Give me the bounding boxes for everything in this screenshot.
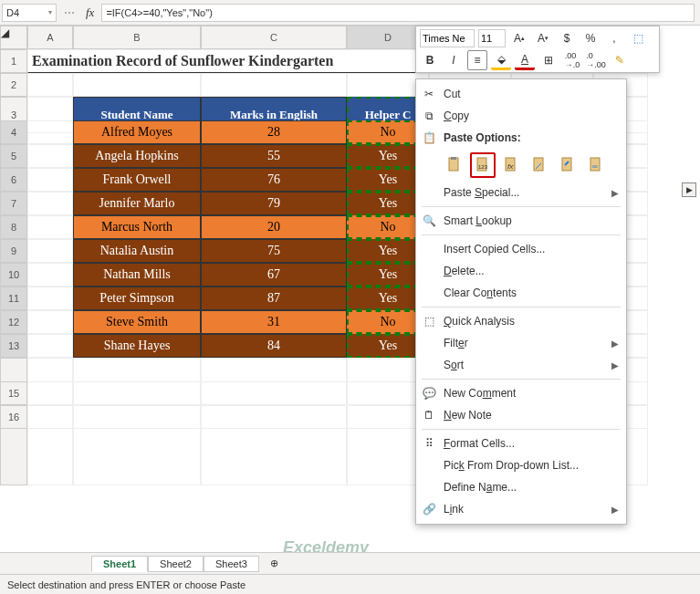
select-all-corner[interactable]: ◢ bbox=[0, 26, 27, 49]
paste-default-icon[interactable] bbox=[442, 152, 467, 178]
row-header[interactable]: 7 bbox=[0, 192, 27, 215]
font-size-selector[interactable] bbox=[478, 29, 506, 47]
marks-cell[interactable]: 67 bbox=[201, 263, 347, 287]
sheet-tab[interactable]: Sheet3 bbox=[204, 556, 259, 572]
empty-cell[interactable] bbox=[201, 405, 347, 429]
empty-cell[interactable] bbox=[27, 310, 73, 334]
row-header[interactable]: 10 bbox=[0, 263, 27, 287]
column-header[interactable]: A bbox=[27, 26, 73, 49]
student-name-cell[interactable]: Alfred Moyes bbox=[73, 120, 201, 144]
marks-cell[interactable]: 55 bbox=[201, 144, 347, 168]
empty-cell[interactable] bbox=[73, 381, 201, 405]
smart-lookup-menu-item[interactable]: 🔍 Smart Lookup bbox=[416, 210, 626, 232]
insert-copied-cells-menu-item[interactable]: Insert Copied Cells... bbox=[416, 238, 626, 260]
empty-cell[interactable] bbox=[73, 405, 201, 429]
marks-cell[interactable]: 28 bbox=[201, 120, 347, 144]
empty-cell[interactable] bbox=[27, 287, 73, 310]
row-header[interactable]: 9 bbox=[0, 239, 27, 263]
empty-cell[interactable] bbox=[27, 73, 73, 97]
increase-decimal-icon[interactable]: .0→.00 bbox=[586, 50, 606, 70]
comma-icon[interactable]: , bbox=[604, 28, 624, 48]
fill-color-icon[interactable]: ⬙ bbox=[491, 50, 511, 70]
row-header[interactable]: 5 bbox=[0, 144, 27, 168]
paste-formulas-icon[interactable]: fx bbox=[498, 152, 524, 178]
paste-special-menu-item[interactable]: Paste Special...▶ bbox=[416, 182, 626, 203]
row-header[interactable]: 8 bbox=[0, 215, 27, 239]
column-header[interactable]: B bbox=[73, 26, 201, 49]
empty-cell[interactable] bbox=[27, 192, 73, 215]
format-painter-icon[interactable]: ⬚ bbox=[628, 28, 648, 48]
define-name-menu-item[interactable]: Define Name... bbox=[416, 476, 626, 498]
paste-formatting-icon[interactable] bbox=[555, 152, 580, 178]
row-header[interactable]: 4 bbox=[0, 120, 27, 144]
pick-from-list-menu-item[interactable]: Pick From Drop-down List... bbox=[416, 454, 626, 476]
student-name-cell[interactable]: Jennifer Marlo bbox=[73, 192, 201, 215]
row-header[interactable]: 6 bbox=[0, 168, 27, 192]
student-name-cell[interactable]: Shane Hayes bbox=[73, 334, 201, 358]
student-name-cell[interactable]: Nathan Mills bbox=[73, 263, 201, 287]
decrease-font-icon[interactable]: A▾ bbox=[533, 28, 553, 48]
increase-font-icon[interactable]: A▴ bbox=[509, 28, 529, 48]
font-selector[interactable] bbox=[420, 29, 475, 47]
new-comment-menu-item[interactable]: 💬 New Comment bbox=[416, 382, 626, 404]
bold-icon[interactable]: B bbox=[420, 50, 440, 70]
copy-menu-item[interactable]: ⧉ Copy bbox=[416, 105, 626, 127]
empty-cell[interactable] bbox=[73, 73, 201, 97]
marks-cell[interactable]: 75 bbox=[201, 239, 347, 263]
formula-input[interactable]: =IF(C4>=40,"Yes","No") bbox=[101, 4, 695, 22]
student-name-cell[interactable]: Marcus North bbox=[73, 215, 201, 239]
empty-cell[interactable] bbox=[201, 73, 347, 97]
marks-cell[interactable]: 84 bbox=[201, 334, 347, 358]
marks-cell[interactable]: 31 bbox=[201, 310, 347, 334]
row-header[interactable]: 13 bbox=[0, 334, 27, 358]
marks-cell[interactable]: 87 bbox=[201, 287, 347, 310]
row-header[interactable]: 1 bbox=[0, 49, 27, 73]
marks-cell[interactable]: 76 bbox=[201, 168, 347, 192]
new-note-menu-item[interactable]: 🗒 New Note bbox=[416, 404, 626, 426]
marks-cell[interactable]: 79 bbox=[201, 192, 347, 215]
student-name-cell[interactable]: Frank Orwell bbox=[73, 168, 201, 192]
empty-cell[interactable] bbox=[27, 120, 73, 144]
empty-cell[interactable] bbox=[27, 334, 73, 358]
borders-icon[interactable]: ⊞ bbox=[538, 50, 559, 70]
sort-menu-item[interactable]: Sort▶ bbox=[416, 354, 626, 376]
quick-analysis-menu-item[interactable]: ⬚ Quick Analysis bbox=[416, 310, 626, 332]
sheet-tab[interactable]: Sheet2 bbox=[148, 556, 204, 572]
student-name-cell[interactable]: Peter Simpson bbox=[73, 287, 201, 310]
student-name-cell[interactable]: Natalia Austin bbox=[73, 239, 201, 263]
title-cell[interactable]: Examination Record of Sunflower Kinderga… bbox=[27, 49, 429, 73]
currency-icon[interactable]: $ bbox=[557, 28, 577, 48]
filter-menu-item[interactable]: Filter▶ bbox=[416, 332, 626, 354]
add-sheet-button[interactable]: ⊕ bbox=[259, 556, 289, 571]
row-header[interactable]: 15 bbox=[0, 381, 27, 405]
font-color-icon[interactable]: A bbox=[515, 50, 535, 70]
empty-cell[interactable] bbox=[27, 215, 73, 239]
italic-icon[interactable]: I bbox=[444, 50, 464, 70]
clear-format-icon[interactable]: ✎ bbox=[610, 50, 630, 70]
nav-icon[interactable]: ⋯ bbox=[60, 6, 78, 19]
decrease-decimal-icon[interactable]: .00→.0 bbox=[562, 50, 582, 70]
clear-contents-menu-item[interactable]: Clear Contents bbox=[416, 282, 626, 304]
scroll-right-button[interactable]: ▶ bbox=[682, 182, 696, 197]
student-name-cell[interactable]: Angela Hopkins bbox=[73, 144, 201, 168]
delete-menu-item[interactable]: Delete... bbox=[416, 260, 626, 282]
empty-cell[interactable] bbox=[201, 381, 347, 405]
empty-cell[interactable] bbox=[27, 405, 73, 429]
row-header[interactable]: 12 bbox=[0, 310, 27, 334]
format-cells-menu-item[interactable]: ⠿ Format Cells... bbox=[416, 432, 626, 454]
paste-link-icon[interactable]: ∞ bbox=[583, 152, 609, 178]
link-menu-item[interactable]: 🔗 Link▶ bbox=[416, 498, 626, 520]
student-name-cell[interactable]: Steve Smith bbox=[73, 310, 201, 334]
empty-cell[interactable] bbox=[27, 168, 73, 192]
empty-cell[interactable] bbox=[27, 239, 73, 263]
column-header[interactable]: C bbox=[201, 26, 347, 49]
percent-icon[interactable]: % bbox=[580, 28, 601, 48]
row-header[interactable]: 11 bbox=[0, 287, 27, 310]
empty-cell[interactable] bbox=[27, 263, 73, 287]
marks-cell[interactable]: 20 bbox=[201, 215, 347, 239]
row-header[interactable]: 16 bbox=[0, 405, 27, 429]
empty-cell[interactable] bbox=[27, 144, 73, 168]
row-header[interactable]: 2 bbox=[0, 73, 27, 97]
sheet-tab[interactable]: Sheet1 bbox=[91, 556, 148, 572]
name-box[interactable]: D4 bbox=[2, 4, 57, 22]
